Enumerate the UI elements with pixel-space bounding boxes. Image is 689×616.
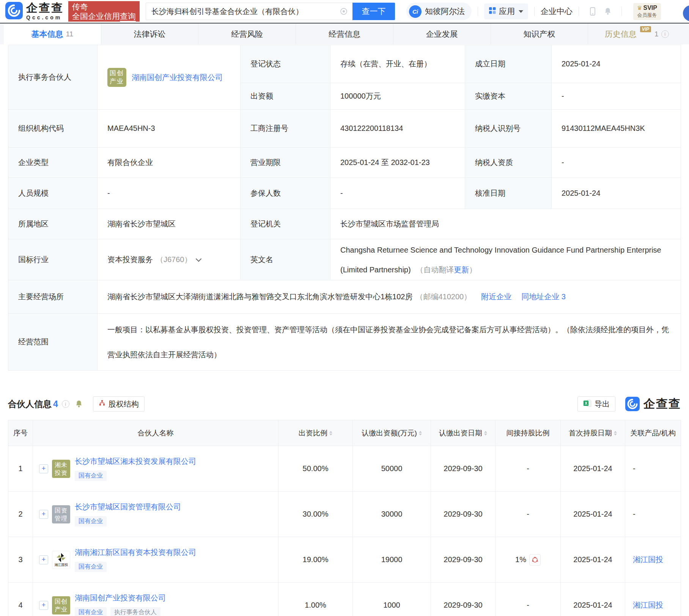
field-value-tax-id: 91430112MAEA45HN3K xyxy=(552,110,681,148)
partner-related: - xyxy=(625,446,681,492)
partners-section-header: 合伙人信息 4 i 股权结构 X 导出 企查查 xyxy=(8,393,681,415)
auto-translate-note: （自动翻译更新） xyxy=(416,266,477,274)
qcc-watermark-text: 企查查 xyxy=(643,396,681,412)
sort-icons[interactable] xyxy=(419,431,422,435)
tab-ip[interactable]: 知识产权 xyxy=(491,24,588,44)
same-address-companies-link[interactable]: 同地址企业 3 xyxy=(521,292,566,302)
vip-badge: VIP xyxy=(640,26,651,32)
partner-row-name-cell: 湘未投资 长沙市望城区湘未投资发展有限公司 国有企业 xyxy=(33,446,278,492)
expand-button[interactable] xyxy=(39,555,48,564)
tag-state-owned[interactable]: 国有企业 xyxy=(75,471,107,481)
svip-badge[interactable]: SVIP 会员服务 xyxy=(633,3,661,20)
sort-icons[interactable] xyxy=(614,431,617,435)
partner-row-name-cell: 国资管理 长沙市望城区国资管理有限公司 国有企业 xyxy=(33,492,278,537)
sort-icons[interactable] xyxy=(484,431,487,435)
partner-name-link[interactable]: 湖南湘江新区国有资本投资有限公司 xyxy=(75,547,196,558)
field-label-industry: 国标行业 xyxy=(8,239,98,280)
divider xyxy=(478,7,478,16)
svg-text:X: X xyxy=(585,401,587,405)
crown-icon xyxy=(637,5,642,11)
partner-first-date: 2025-01-24 xyxy=(561,537,625,583)
partner-row-no: 2 xyxy=(8,492,33,537)
partner-name-link[interactable]: 长沙市望城区国资管理有限公司 xyxy=(75,502,181,512)
related-product-link[interactable]: 湘江国投 xyxy=(633,555,663,565)
expand-button[interactable] xyxy=(39,464,48,473)
partner-date: 2029-09-30 xyxy=(431,492,496,537)
equity-structure-button[interactable]: 股权结构 xyxy=(93,396,145,412)
column-header-ratio[interactable]: 出资比例 xyxy=(278,420,353,446)
expand-button[interactable] xyxy=(39,601,48,610)
expand-button[interactable] xyxy=(39,510,48,519)
image-search-icon[interactable] xyxy=(340,7,348,17)
search-button[interactable]: 查一下 xyxy=(352,3,395,20)
column-header-first-date[interactable]: 首次持股日期 xyxy=(561,420,625,446)
equity-penetration-icon[interactable] xyxy=(529,554,541,566)
nearby-companies-link[interactable]: 附近企业 xyxy=(481,292,511,302)
partner-indirect: - xyxy=(496,492,561,537)
column-header-name: 合伙人名称 xyxy=(33,420,278,446)
tag-exec-partner[interactable]: 执行事务合伙人 xyxy=(110,607,160,616)
tab-operation[interactable]: 经营信息 xyxy=(296,24,393,44)
partner-related-cell: 湘江国投 xyxy=(625,583,681,616)
field-label-capital: 出资额 xyxy=(241,83,330,110)
zhibi-alpha-label: 知彼阿尔法 xyxy=(425,6,465,17)
field-label-exec-partner: 执行事务合伙人 xyxy=(8,45,98,110)
partners-title: 合伙人信息 xyxy=(8,398,52,410)
org-chart-icon xyxy=(99,400,105,409)
promo-banner[interactable]: 传奇 全国企业信用查询 xyxy=(68,1,140,22)
column-header-date[interactable]: 认缴出资日期 xyxy=(431,420,496,446)
tag-state-owned[interactable]: 国有企业 xyxy=(75,607,107,616)
monitor-bell-icon[interactable] xyxy=(75,400,83,408)
apps-menu[interactable]: 应用 xyxy=(484,3,528,19)
field-value-authority: 长沙市望城区市场监督管理局 xyxy=(330,209,681,239)
promo-line2: 全国企业信用查询 xyxy=(72,11,136,21)
qcc-logo-icon xyxy=(5,2,23,21)
field-label-insured: 参保人数 xyxy=(241,178,330,209)
column-header-amount[interactable]: 认缴出资额(万元) xyxy=(353,420,431,446)
tab-development[interactable]: 企业发展 xyxy=(393,24,491,44)
export-button[interactable]: X 导出 xyxy=(577,396,615,412)
tab-basic-info[interactable]: 基本信息 11 xyxy=(4,24,101,44)
floating-widget[interactable] xyxy=(683,5,689,21)
chevron-down-icon[interactable] xyxy=(195,256,201,262)
translate-update-link[interactable]: 更新 xyxy=(454,266,469,274)
column-header-indirect: 间接持股比例 xyxy=(496,420,561,446)
exec-partner-link[interactable]: 湖南国创产业投资有限公司 xyxy=(132,71,227,84)
related-product-link[interactable]: 湘江国投 xyxy=(633,600,663,610)
tag-state-owned[interactable]: 国有企业 xyxy=(75,562,107,572)
field-label-company-type: 企业类型 xyxy=(8,148,98,178)
column-header-related: 关联产品/机构 xyxy=(625,420,681,446)
sort-icons[interactable] xyxy=(329,431,332,435)
field-label-address: 主要经营场所 xyxy=(8,280,98,314)
notification-bell-icon[interactable] xyxy=(604,7,612,16)
field-label-reg-status: 登记状态 xyxy=(241,45,330,83)
partner-name-link[interactable]: 长沙市望城区湘未投资发展有限公司 xyxy=(75,456,196,467)
info-icon[interactable]: i xyxy=(62,400,69,408)
zhibi-alpha-entry[interactable]: Ci 知彼阿尔法 xyxy=(406,3,472,20)
tab-label: 历史信息 xyxy=(605,29,637,39)
tab-history[interactable]: 历史信息 VIP 1 i xyxy=(588,24,685,44)
info-icon[interactable]: i xyxy=(661,30,669,38)
partner-name-link[interactable]: 湖南国创产业投资有限公司 xyxy=(75,593,166,603)
partner-first-date: 2025-01-24 xyxy=(561,583,625,616)
partner-related: - xyxy=(625,492,681,537)
tag-state-owned[interactable]: 国有企业 xyxy=(75,516,107,526)
tab-count: 11 xyxy=(66,30,73,38)
field-value-insured: - xyxy=(330,178,465,209)
tab-legal[interactable]: 法律诉讼 xyxy=(101,24,199,44)
field-value-exec-partner: 国创产业 湖南国创产业投资有限公司 xyxy=(98,45,241,110)
tab-risk[interactable]: 经营风险 xyxy=(198,24,296,44)
partner-indirect: - xyxy=(496,583,561,616)
field-label-paid-capital: 实缴资本 xyxy=(465,83,552,110)
partner-amount: 19000 xyxy=(353,537,431,583)
partner-logo-badge: 湘未投资 xyxy=(52,460,70,478)
tab-bar: 基本信息 11 法律诉讼 经营风险 经营信息 企业发展 知识产权 历史信息 VI… xyxy=(0,24,689,44)
mobile-app-icon[interactable] xyxy=(588,7,597,16)
basic-info-table: 执行事务合伙人 国创产业 湖南国创产业投资有限公司 登记状态 存续（在营、开业、… xyxy=(8,45,681,371)
qcc-logo[interactable]: 企查查 Qcc.com xyxy=(5,2,64,21)
search-input[interactable] xyxy=(146,3,352,20)
enterprise-center-link[interactable]: 企业中心 xyxy=(541,6,573,17)
partner-ratio: 50.00% xyxy=(278,446,353,492)
field-value-reg-no: 430122200118134 xyxy=(330,110,465,148)
partner-first-date: 2025-01-24 xyxy=(561,492,625,537)
